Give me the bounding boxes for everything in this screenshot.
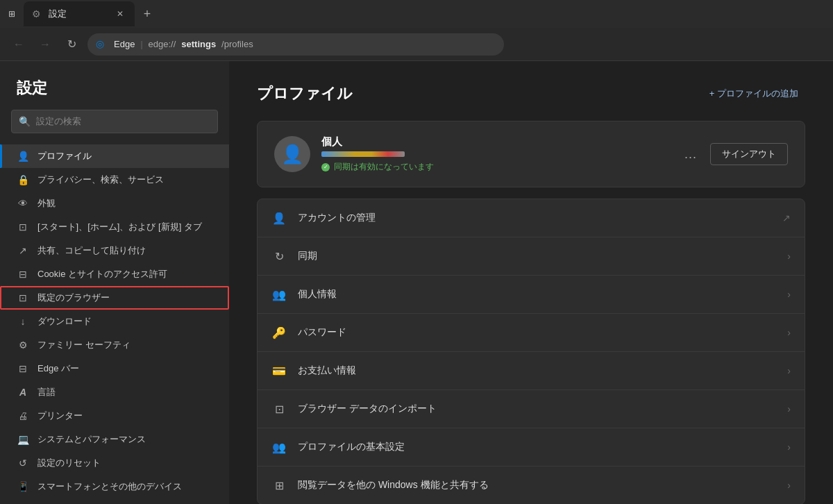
settings-item-import[interactable]: ⊡ ブラウザー データのインポート › <box>258 390 805 428</box>
account-arrow: ↗ <box>782 212 791 224</box>
account-icon: 👤 <box>271 210 287 226</box>
sidebar-label-cookies: Cookie とサイトのアクセス許可 <box>37 268 167 280</box>
sidebar-item-default-browser[interactable]: ⊡ 既定のブラウザー <box>0 286 229 310</box>
address-bar: ← → ↻ ◎ Edge | edge://settings/profiles <box>0 28 833 61</box>
sidebar-item-downloads[interactable]: ↓ ダウンロード <box>0 310 229 333</box>
sidebar-label-default-browser: 既定のブラウザー <box>37 292 110 304</box>
sidebar-item-appearance[interactable]: 👁 外観 <box>0 192 229 215</box>
windows-label: 閲覧データを他の Windows 機能と共有する <box>298 479 776 492</box>
basic-label: プロファイルの基本設定 <box>298 441 776 453</box>
settings-search-box[interactable]: 🔍 設定の検索 <box>11 110 218 133</box>
content-area: プロファイル + プロファイルの追加 👤 個人 ✓ 同期は有効になっています .… <box>229 61 833 504</box>
tab-label: 設定 <box>49 8 67 20</box>
cookies-icon: ⊟ <box>17 268 29 280</box>
sidebar-item-phone[interactable]: 📱 スマートフォンとその他のデバイス <box>0 475 229 498</box>
import-icon: ⊡ <box>271 401 287 417</box>
payment-arrow: › <box>787 365 791 376</box>
profile-card: 👤 個人 ✓ 同期は有効になっています ... サインアウト <box>257 121 805 187</box>
sync-status-text: 同期は有効になっています <box>334 161 434 173</box>
sidebar-item-system[interactable]: 💻 システムとパフォーマンス <box>0 428 229 451</box>
address-separator: | <box>140 40 142 49</box>
url-suffix: /profiles <box>221 39 253 49</box>
newtab-icon: ⊡ <box>17 221 29 233</box>
edgebar-icon: ⊟ <box>17 362 29 375</box>
sidebar-item-cookies[interactable]: ⊟ Cookie とサイトのアクセス許可 <box>0 262 229 286</box>
profile-icon: 👤 <box>17 150 29 162</box>
phone-icon: 📱 <box>17 480 29 493</box>
settings-item-account[interactable]: 👤 アカウントの管理 ↗ <box>258 199 805 237</box>
settings-item-basic[interactable]: 👥 プロファイルの基本設定 › <box>258 428 805 467</box>
forward-button[interactable]: → <box>35 34 56 55</box>
sidebar-item-reset[interactable]: ↺ 設定のリセット <box>0 451 229 475</box>
window-icon: ⊞ <box>6 8 18 20</box>
tab-group: ⚙ 設定 ✕ + <box>24 1 827 26</box>
sidebar-label-family: ファミリー セーフティ <box>37 339 131 351</box>
search-icon: 🔍 <box>19 116 31 127</box>
windows-icon: ⊞ <box>271 478 287 493</box>
search-placeholder: 設定の検索 <box>36 115 81 128</box>
sidebar-label-language: 言語 <box>37 386 56 398</box>
page-title: プロファイル <box>257 83 353 104</box>
active-tab[interactable]: ⚙ 設定 ✕ <box>24 1 135 26</box>
sync-label: 同期 <box>298 250 776 262</box>
settings-item-password[interactable]: 🔑 パスワード › <box>258 314 805 352</box>
appearance-icon: 👁 <box>17 197 29 210</box>
sidebar-label-phone: スマートフォンとその他のデバイス <box>37 480 182 493</box>
profile-info: 個人 ✓ 同期は有効になっています <box>321 135 668 173</box>
add-profile-button[interactable]: + プロファイルの追加 <box>702 83 805 104</box>
sidebar-item-newtab[interactable]: ⊡ [スタート]、[ホーム]、および [新規] タブ <box>0 215 229 239</box>
sync-status-dot: ✓ <box>321 163 330 171</box>
new-tab-button[interactable]: + <box>137 4 157 24</box>
url-highlight: settings <box>181 39 216 49</box>
sidebar-item-accessibility[interactable]: ☺ アクセシビリティ <box>0 498 229 504</box>
sidebar-label-profile: プロファイル <box>37 150 92 162</box>
sidebar-item-profile[interactable]: 👤 プロファイル <box>0 144 229 168</box>
system-icon: 💻 <box>17 433 29 446</box>
sidebar-label-system: システムとパフォーマンス <box>37 433 146 446</box>
windows-arrow: › <box>787 480 791 491</box>
import-label: ブラウザー データのインポート <box>298 403 776 415</box>
basic-icon: 👥 <box>271 439 287 455</box>
settings-item-payment[interactable]: 💳 お支払い情報 › <box>258 352 805 390</box>
tab-close-button[interactable]: ✕ <box>114 8 126 20</box>
profile-email-bar <box>321 151 405 157</box>
password-icon: 🔑 <box>271 325 287 340</box>
password-arrow: › <box>787 327 791 338</box>
personal-arrow: › <box>787 289 791 300</box>
address-bar-input[interactable]: ◎ Edge | edge://settings/profiles <box>87 33 504 56</box>
personal-label: 個人情報 <box>298 288 776 301</box>
sidebar-item-edgebar[interactable]: ⊟ Edge バー <box>0 357 229 380</box>
profile-sync-status: ✓ 同期は有効になっています <box>321 161 668 173</box>
sync-icon: ↻ <box>271 249 287 264</box>
more-options-button[interactable]: ... <box>680 143 702 165</box>
share-icon: ↗ <box>17 244 29 257</box>
main-layout: 設定 🔍 設定の検索 👤 プロファイル 🔒 プライバシー、検索、サービス 👁 外… <box>0 61 833 504</box>
settings-item-windows[interactable]: ⊞ 閲覧データを他の Windows 機能と共有する › <box>258 467 805 504</box>
account-label: アカウントの管理 <box>298 212 771 224</box>
sign-out-button[interactable]: サインアウト <box>710 143 788 165</box>
sidebar-item-language[interactable]: A 言語 <box>0 380 229 404</box>
tab-favicon: ⚙ <box>32 8 43 19</box>
settings-item-personal[interactable]: 👥 個人情報 › <box>258 276 805 314</box>
sidebar-label-downloads: ダウンロード <box>37 315 92 328</box>
sidebar-title: 設定 <box>0 78 229 110</box>
sidebar-item-printer[interactable]: 🖨 プリンター <box>0 404 229 428</box>
sync-arrow: › <box>787 251 791 262</box>
sidebar-label-privacy: プライバシー、検索、サービス <box>37 174 164 186</box>
sidebar-item-family[interactable]: ⚙ ファミリー セーフティ <box>0 333 229 357</box>
back-button[interactable]: ← <box>8 34 29 55</box>
default-browser-icon: ⊡ <box>17 292 29 304</box>
settings-item-sync[interactable]: ↻ 同期 › <box>258 237 805 276</box>
site-name: Edge <box>114 39 135 49</box>
sidebar-item-privacy[interactable]: 🔒 プライバシー、検索、サービス <box>0 168 229 192</box>
sidebar-label-newtab: [スタート]、[ホーム]、および [新規] タブ <box>37 221 202 233</box>
content-header: プロファイル + プロファイルの追加 <box>257 83 805 104</box>
url-prefix: edge:// <box>149 39 176 49</box>
password-label: パスワード <box>298 326 776 339</box>
sidebar-item-share[interactable]: ↗ 共有、コピーして貼り付け <box>0 239 229 262</box>
sidebar-label-edgebar: Edge バー <box>37 362 79 375</box>
downloads-icon: ↓ <box>17 315 29 328</box>
edge-logo-icon: ◎ <box>96 38 108 51</box>
sidebar-label-appearance: 外観 <box>37 197 56 210</box>
refresh-button[interactable]: ↻ <box>61 34 82 55</box>
